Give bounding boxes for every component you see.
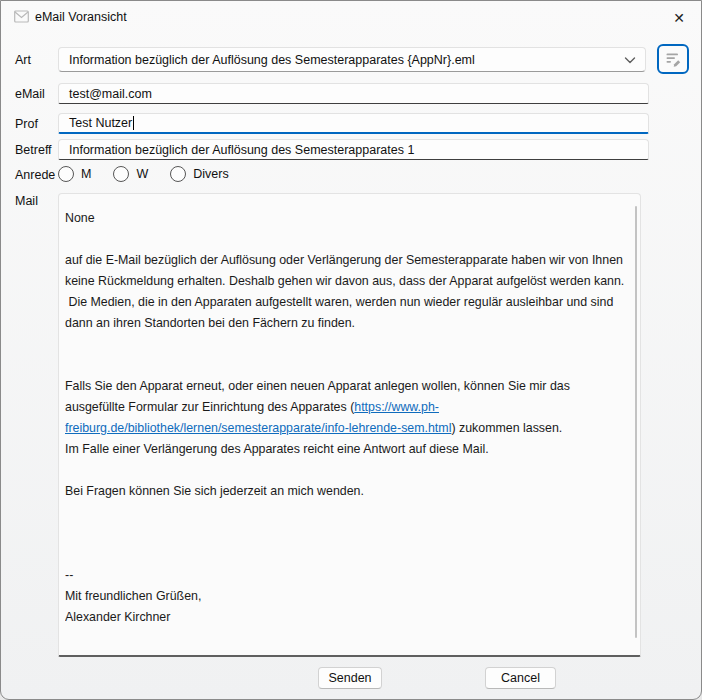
art-label: Art: [15, 53, 31, 67]
betreff-label: Betreff: [15, 143, 52, 157]
email-input[interactable]: test@mail.com: [58, 83, 649, 104]
senden-button[interactable]: Senden: [318, 667, 382, 689]
mail-body-editor[interactable]: None auf die E-Mail bezüglich der Auflös…: [58, 193, 641, 657]
radio-label: Divers: [193, 167, 228, 181]
email-label: eMail: [15, 87, 45, 101]
radio-anrede-w[interactable]: W: [113, 166, 148, 182]
radio-label: W: [136, 167, 148, 181]
edit-template-button[interactable]: [657, 44, 689, 74]
text-caret: [133, 116, 134, 130]
envelope-icon: [14, 10, 29, 23]
mail-body-after-link: ) zukommen lassen. Im Falle einer Verlän…: [65, 421, 562, 624]
radio-circle-icon: [58, 166, 74, 182]
email-value: test@mail.com: [69, 87, 152, 101]
art-template-select[interactable]: Information bezüglich der Auflösung des …: [58, 47, 646, 72]
edit-note-icon: [665, 51, 682, 67]
email-preview-dialog: eMail Voransicht ✕ Art Information bezüg…: [0, 0, 702, 700]
prof-value: Test Nutzer: [69, 116, 132, 130]
radio-anrede-m[interactable]: M: [58, 166, 91, 182]
chevron-down-icon: [624, 56, 636, 65]
title-bar: eMail Voransicht ✕: [1, 1, 701, 33]
radio-anrede-divers[interactable]: Divers: [170, 166, 228, 182]
mail-body-before-link: None auf die E-Mail bezüglich der Auflös…: [65, 211, 626, 414]
betreff-value: Information bezüglich der Auflösung des …: [69, 143, 414, 157]
art-template-value: Information bezüglich der Auflösung des …: [69, 53, 475, 67]
cancel-button[interactable]: Cancel: [485, 667, 556, 689]
radio-circle-icon: [113, 166, 129, 182]
mail-scrollbar[interactable]: [635, 206, 638, 638]
prof-label: Prof: [15, 117, 38, 131]
close-button[interactable]: ✕: [665, 6, 693, 30]
radio-label: M: [81, 167, 91, 181]
window-title: eMail Voransicht: [35, 10, 127, 24]
radio-circle-icon: [170, 166, 186, 182]
anrede-label: Anrede: [15, 168, 55, 182]
anrede-radio-group: M W Divers: [58, 165, 251, 183]
prof-input[interactable]: Test Nutzer: [58, 113, 649, 134]
mail-label: Mail: [15, 194, 38, 208]
betreff-input[interactable]: Information bezüglich der Auflösung des …: [58, 139, 649, 160]
mail-body-text: None auf die E-Mail bezüglich der Auflös…: [65, 208, 628, 649]
